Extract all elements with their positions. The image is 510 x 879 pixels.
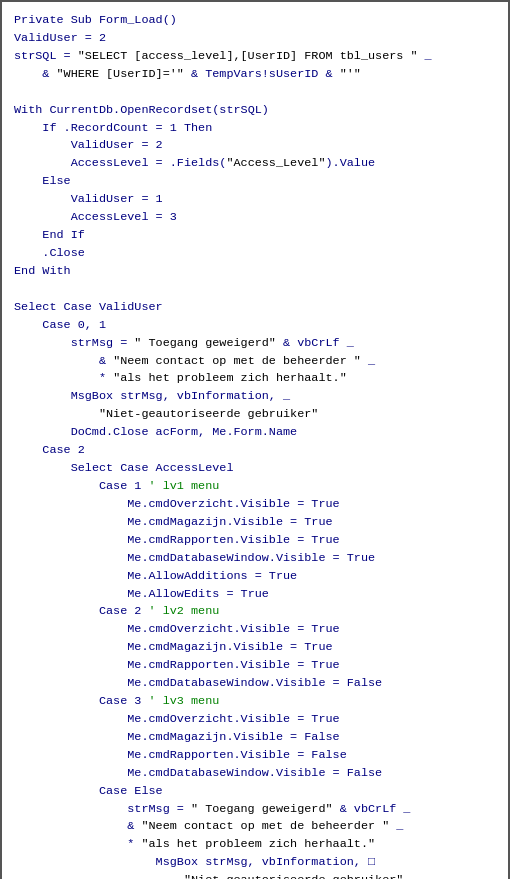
code-editor-window: Private Sub Form_Load() ValidUser = 2 st… (0, 0, 510, 879)
code-content: Private Sub Form_Load() ValidUser = 2 st… (14, 12, 496, 879)
